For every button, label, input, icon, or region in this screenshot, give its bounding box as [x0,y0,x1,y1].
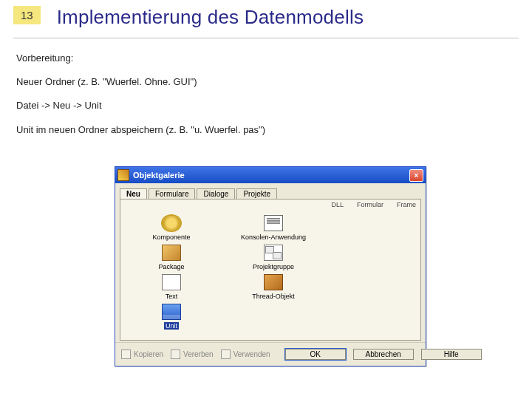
check-use[interactable]: Verwenden [221,349,270,359]
tab-formulare[interactable]: Formulare [149,188,196,200]
dialog-window: Objektgalerie × Neu Formulare Dialoge Pr… [115,166,426,366]
unit-icon [161,303,182,321]
doc-icon [263,214,284,232]
bottom-bar: Kopieren Vererben Verwenden OK Abbrechen… [115,342,426,366]
gallery-item-unit[interactable]: Unit [128,303,215,330]
slide-number: 13 [13,6,41,24]
tab-panel: DLL Formular Frame KomponenteKonsolen-An… [120,199,421,341]
thread-icon [263,273,284,291]
help-button[interactable]: Hilfe [421,349,482,360]
check-inherit-label: Vererben [183,350,214,358]
cancel-button[interactable]: Abbrechen [353,349,414,360]
body-p4: Unit im neuen Ordner abspeichern (z. B. … [16,123,516,137]
header-row: DLL Formular Frame [331,201,416,208]
ok-button[interactable]: OK [285,349,346,360]
hdr-formular: Formular [357,201,383,208]
pack-icon [161,244,182,262]
check-use-label: Verwenden [233,350,270,358]
tab-projekte[interactable]: Projekte [236,188,277,200]
dialog-title: Objektgalerie [133,171,409,180]
hdr-dll: DLL [331,201,344,208]
gallery-item-thread-objekt[interactable]: Thread-Objekt [230,273,317,300]
gear-icon [161,214,182,232]
hdr-frame: Frame [397,201,416,208]
body-p2: Neuer Ordner (z. B. "Wuerfel. Ohne. GUI"… [16,75,516,89]
close-button[interactable]: × [409,169,423,182]
gallery-item-label: Package [158,263,184,270]
app-icon [117,169,129,181]
gallery-item-package[interactable]: Package [128,244,215,270]
gallery-grid: KomponenteKonsolen-AnwendungPackageProje… [128,214,413,330]
gallery-item-komponente[interactable]: Komponente [128,214,215,241]
gallery-item-projektgruppe[interactable]: Projektgruppe [230,244,317,270]
body-content: Vorbereitung: Neuer Ordner (z. B. "Wuerf… [16,52,516,137]
gallery-item-label: Projektgruppe [253,263,294,270]
grp-icon [263,244,284,262]
body-p3: Datei -> Neu -> Unit [16,99,516,112]
text-icon [161,273,182,291]
gallery-item-text[interactable]: Text [128,273,215,300]
gallery-item-konsolen-anwendung[interactable]: Konsolen-Anwendung [230,214,317,241]
check-copy[interactable]: Kopieren [121,349,163,359]
gallery-item-label: Thread-Objekt [252,293,295,300]
tabstrip: Neu Formulare Dialoge Projekte [115,183,426,199]
gallery-item-label: Unit [164,322,179,330]
body-p1: Vorbereitung: [16,52,516,65]
titlebar[interactable]: Objektgalerie × [115,167,426,183]
gallery-item-label: Komponente [152,233,190,241]
check-inherit[interactable]: Vererben [171,349,214,359]
gallery-item-label: Konsolen-Anwendung [241,233,306,241]
divider [13,38,519,38]
slide-title: Implementierung des Datenmodells [57,6,364,29]
check-copy-label: Kopieren [134,350,163,358]
gallery-item-label: Text [166,293,178,300]
tab-dialoge[interactable]: Dialoge [197,188,235,200]
tab-neu[interactable]: Neu [120,188,147,200]
